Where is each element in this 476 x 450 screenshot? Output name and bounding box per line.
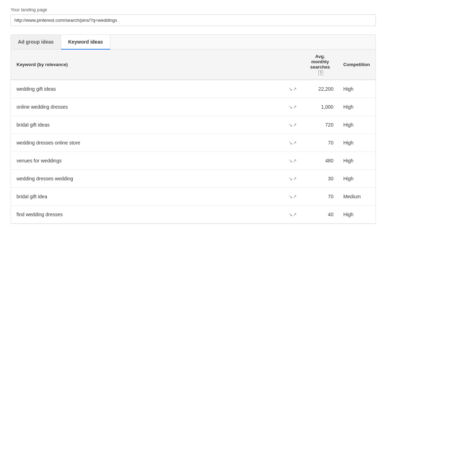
searches-cell: 720: [302, 116, 338, 134]
keyword-cell: wedding dresses wedding: [11, 169, 283, 187]
trend-icon: ↘↗: [283, 134, 302, 152]
trend-icon: ↘↗: [283, 152, 302, 169]
tab-keyword-ideas[interactable]: Keyword ideas: [61, 35, 110, 50]
trend-icon: ↘↗: [283, 187, 302, 205]
competition-cell: High: [338, 98, 376, 116]
table-body: wedding gift ideas↘↗22,200Highonline wed…: [11, 80, 376, 224]
table-row: online wedding dresses↘↗1,000High: [11, 98, 376, 116]
keyword-cell: wedding dresses online store: [11, 134, 283, 152]
competition-cell: High: [338, 205, 376, 223]
keyword-table: Keyword (by relevance) Avg. monthly sear…: [11, 50, 376, 224]
tabs-container: Ad group ideas Keyword ideas Keyword (by…: [11, 34, 376, 224]
competition-cell: High: [338, 80, 376, 98]
competition-cell: Medium: [338, 187, 376, 205]
table-wrapper: Keyword (by relevance) Avg. monthly sear…: [11, 50, 376, 224]
tab-ad-group-ideas[interactable]: Ad group ideas: [11, 35, 61, 49]
keyword-cell: wedding gift ideas: [11, 80, 283, 98]
searches-cell: 22,200: [302, 80, 338, 98]
table-row: bridal gift idea↘↗70Medium: [11, 187, 376, 205]
table-row: venues for weddings↘↗480High: [11, 152, 376, 169]
col-competition: Competition: [338, 50, 376, 80]
keyword-cell: bridal gift idea: [11, 187, 283, 205]
competition-cell: High: [338, 152, 376, 169]
keyword-cell: online wedding dresses: [11, 98, 283, 116]
tabs-header: Ad group ideas Keyword ideas: [11, 35, 376, 50]
table-row: find wedding dresses↘↗40High: [11, 205, 376, 223]
keyword-cell: venues for weddings: [11, 152, 283, 169]
col-searches: Avg. monthly searches ?: [302, 50, 338, 80]
table-row: bridal gift ideas↘↗720High: [11, 116, 376, 134]
trend-icon: ↘↗: [283, 169, 302, 187]
keyword-cell: bridal gift ideas: [11, 116, 283, 134]
trend-icon: ↘↗: [283, 205, 302, 223]
col-trend: [283, 50, 302, 80]
trend-icon: ↘↗: [283, 98, 302, 116]
competition-cell: High: [338, 116, 376, 134]
competition-cell: High: [338, 169, 376, 187]
table-header-row: Keyword (by relevance) Avg. monthly sear…: [11, 50, 376, 80]
help-icon[interactable]: ?: [318, 70, 323, 75]
trend-icon: ↘↗: [283, 80, 302, 98]
trend-icon: ↘↗: [283, 116, 302, 134]
searches-cell: 40: [302, 205, 338, 223]
searches-cell: 480: [302, 152, 338, 169]
searches-cell: 70: [302, 187, 338, 205]
page-wrapper: Your landing page Ad group ideas Keyword…: [0, 0, 386, 231]
table-row: wedding gift ideas↘↗22,200High: [11, 80, 376, 98]
landing-page-input[interactable]: [11, 14, 376, 26]
landing-page-label: Your landing page: [11, 7, 376, 12]
table-row: wedding dresses wedding↘↗30High: [11, 169, 376, 187]
searches-cell: 30: [302, 169, 338, 187]
keyword-cell: find wedding dresses: [11, 205, 283, 223]
competition-cell: High: [338, 134, 376, 152]
col-keyword: Keyword (by relevance): [11, 50, 283, 80]
searches-cell: 70: [302, 134, 338, 152]
searches-cell: 1,000: [302, 98, 338, 116]
table-row: wedding dresses online store↘↗70High: [11, 134, 376, 152]
